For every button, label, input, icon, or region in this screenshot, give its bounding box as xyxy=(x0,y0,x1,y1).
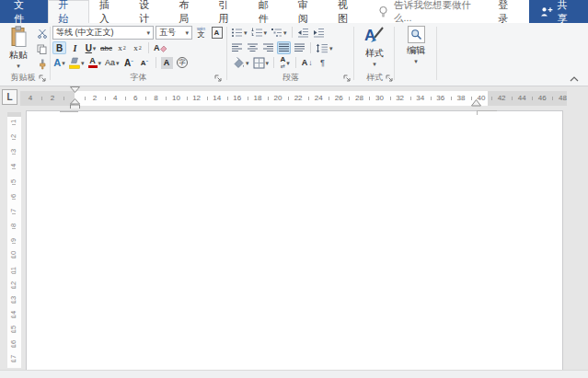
underline-button[interactable]: U ▾ xyxy=(84,41,98,54)
horizontal-ruler[interactable]: 2468101214161820222426283032343638404244… xyxy=(20,91,567,106)
collapse-ribbon-button[interactable] xyxy=(570,76,579,82)
clear-formatting-button[interactable]: A xyxy=(153,41,168,54)
ruler-number: 26 xyxy=(335,94,343,103)
tab-设计[interactable]: 设计 xyxy=(129,0,168,23)
font-name-combobox[interactable]: 等线 (中文正文) ▾ xyxy=(52,26,154,40)
character-shading-icon: A xyxy=(161,57,173,69)
find-magnifier-icon xyxy=(408,26,425,43)
vertical-ruler-tick xyxy=(12,184,16,185)
text-highlight-button[interactable]: ▾ xyxy=(68,56,86,69)
vertical-ruler-tick xyxy=(12,347,16,348)
cut-button[interactable] xyxy=(35,27,49,40)
ruler-number: 24 xyxy=(315,94,323,103)
ruler-number: 12 xyxy=(192,94,201,103)
sign-in-button[interactable]: 登录 xyxy=(487,0,529,23)
increase-indent-button[interactable] xyxy=(312,26,326,39)
bold-button[interactable]: B xyxy=(52,41,66,54)
bullets-button[interactable]: ▾ xyxy=(230,26,248,39)
ruler-tick xyxy=(248,97,248,100)
enclose-characters-button[interactable]: 字 xyxy=(176,56,190,69)
subscript-button[interactable]: x2 xyxy=(115,41,129,54)
sort-icon: A xyxy=(302,58,308,67)
ruler-tick xyxy=(390,97,391,100)
grow-font-button[interactable]: Aˆ xyxy=(122,56,136,69)
shrink-font-button[interactable]: Aˇ xyxy=(138,56,152,69)
font-color-icon: A xyxy=(88,57,98,68)
ruler-number: 32 xyxy=(396,94,404,103)
tell-me-box[interactable]: 告诉我您想要做什么... xyxy=(378,0,487,23)
lightbulb-icon xyxy=(378,6,388,18)
ruler-tick xyxy=(207,97,208,100)
ruler-number: 44 xyxy=(518,94,526,103)
align-right-button[interactable] xyxy=(261,41,275,54)
font-size-combobox[interactable]: 五号 ▾ xyxy=(156,26,192,40)
ruler-number: 14 xyxy=(213,94,221,103)
justify-button[interactable] xyxy=(277,41,291,54)
document-page[interactable] xyxy=(26,110,563,371)
vertical-ruler-tick xyxy=(12,317,16,318)
clipboard-dialog-launcher-icon[interactable] xyxy=(39,74,47,83)
ruler-tick xyxy=(187,97,188,100)
bottom-scroll-area[interactable] xyxy=(0,370,588,378)
align-right-icon xyxy=(262,43,274,52)
ruler-number: 22 xyxy=(294,94,303,103)
crop-mark-right xyxy=(477,110,497,111)
styles-icon: A xyxy=(363,26,386,46)
bullets-icon xyxy=(231,28,243,38)
tab-邮件[interactable]: 邮件 xyxy=(248,0,288,23)
tab-stop-selector[interactable]: L xyxy=(2,89,17,105)
ruler-tick xyxy=(491,97,492,100)
text-effects-button[interactable]: A ▾ xyxy=(52,56,66,69)
ruler-tick xyxy=(288,97,289,100)
align-left-button[interactable] xyxy=(230,41,244,54)
line-spacing-button[interactable]: ▾ xyxy=(315,41,334,54)
pilcrow-icon: ¶ xyxy=(320,58,325,67)
decrease-indent-button[interactable] xyxy=(296,26,310,39)
borders-button[interactable]: ▾ xyxy=(252,56,271,69)
character-shading-button[interactable]: A xyxy=(160,56,174,69)
character-border-button[interactable]: A xyxy=(210,27,224,40)
asian-layout-button[interactable]: A ⇄ ▾ xyxy=(278,56,292,69)
italic-button[interactable]: I xyxy=(68,41,82,54)
multilevel-list-button[interactable]: ▾ xyxy=(270,26,288,39)
group-paragraph: ▾ ▾ ▾ xyxy=(228,23,353,86)
font-dialog-launcher-icon[interactable] xyxy=(214,74,223,83)
vertical-ruler-tick xyxy=(12,199,16,200)
paste-button[interactable]: 粘贴 ▾ xyxy=(2,26,35,69)
tab-file[interactable]: 文件 xyxy=(0,0,48,23)
distribute-icon xyxy=(294,43,306,52)
sort-button[interactable]: A↓ xyxy=(300,56,314,69)
font-color-button[interactable]: A ▾ xyxy=(87,56,103,69)
right-indent-marker[interactable] xyxy=(471,99,481,107)
tab-插入[interactable]: 插入 xyxy=(89,0,129,23)
strikethrough-button[interactable]: abc xyxy=(99,41,113,54)
change-case-button[interactable]: Aa ▾ xyxy=(104,56,121,69)
superscript-button[interactable]: x2 xyxy=(131,41,144,54)
tab-审阅[interactable]: 审阅 xyxy=(288,0,328,23)
paste-label: 粘贴 xyxy=(9,49,28,62)
tab-布局[interactable]: 布局 xyxy=(168,0,208,23)
editing-button[interactable]: 编辑 ▾ xyxy=(399,26,432,64)
share-button[interactable]: 共享 xyxy=(529,0,588,23)
show-hide-marks-button[interactable]: ¶ xyxy=(316,56,329,69)
styles-dialog-launcher-icon[interactable] xyxy=(386,74,394,83)
share-person-icon xyxy=(540,6,553,17)
copy-button[interactable] xyxy=(35,42,49,55)
format-painter-button[interactable] xyxy=(35,58,49,71)
ruler-number: 48 xyxy=(559,94,567,103)
ruler-tick xyxy=(85,97,86,100)
tab-引用[interactable]: 引用 xyxy=(208,0,248,23)
paragraph-dialog-launcher-icon[interactable] xyxy=(343,74,352,83)
tab-视图[interactable]: 视图 xyxy=(328,0,367,23)
shading-button[interactable]: ▾ xyxy=(232,56,250,69)
align-center-button[interactable] xyxy=(246,41,259,54)
ruler-number: 34 xyxy=(416,94,424,103)
vertical-ruler-tick xyxy=(12,243,16,244)
styles-button[interactable]: A 样式 ▾ xyxy=(358,26,391,67)
phonetic-guide-button[interactable]: wén 文 xyxy=(194,27,208,40)
numbering-button[interactable]: ▾ xyxy=(250,26,269,39)
vertical-ruler[interactable]: 1234567891011121314151617 xyxy=(7,112,21,368)
first-line-indent-marker[interactable] xyxy=(70,86,80,93)
distribute-button[interactable] xyxy=(293,41,306,54)
tab-开始[interactable]: 开始 xyxy=(48,0,89,23)
